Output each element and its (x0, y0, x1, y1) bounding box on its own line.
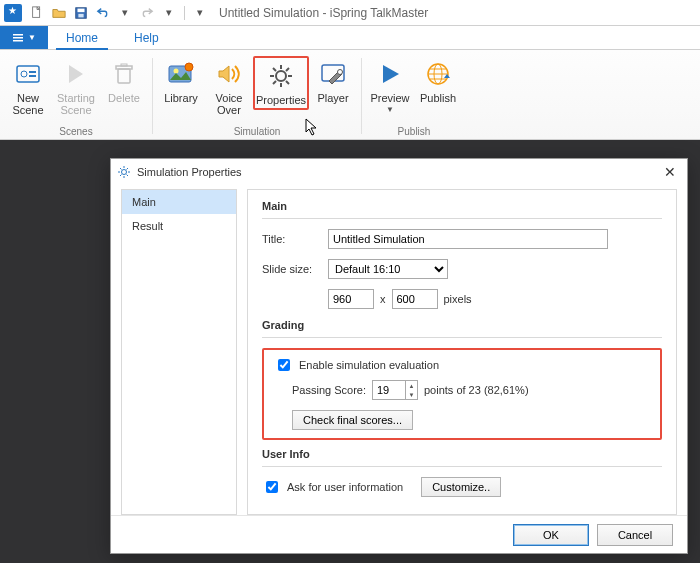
ribbon-group-scenes: New Scene Starting Scene Delete Scenes (4, 52, 148, 139)
starting-scene-button: Starting Scene (52, 56, 100, 118)
voice-over-button[interactable]: Voice Over (205, 56, 253, 118)
simulation-properties-dialog: Simulation Properties ✕ Main Result Main… (110, 158, 688, 554)
group-label-simulation: Simulation (234, 126, 281, 139)
svg-line-38 (120, 168, 122, 170)
speaker-icon (213, 58, 245, 90)
title-input[interactable] (328, 229, 608, 249)
redo-icon[interactable] (137, 3, 157, 23)
grading-highlight-area: Enable simulation evaluation Passing Sco… (262, 348, 662, 440)
customize-button[interactable]: Customize.. (421, 477, 501, 497)
dialog-footer: OK Cancel (111, 515, 687, 553)
slide-size-label: Slide size: (262, 263, 322, 275)
svg-rect-3 (78, 13, 83, 17)
gear-icon (117, 165, 131, 179)
svg-line-40 (120, 175, 122, 177)
cancel-button[interactable]: Cancel (597, 524, 673, 546)
globe-icon (422, 58, 454, 90)
svg-rect-7 (17, 66, 39, 82)
save-icon[interactable] (71, 3, 91, 23)
slide-size-select[interactable]: Default 16:10 (328, 259, 448, 279)
passing-score-stepper[interactable]: ▲▼ (372, 380, 418, 400)
svg-rect-4 (13, 34, 23, 36)
library-icon (165, 58, 197, 90)
svg-rect-11 (118, 69, 130, 83)
svg-rect-2 (78, 8, 85, 12)
group-label-scenes: Scenes (59, 126, 92, 139)
dialog-title: Simulation Properties (137, 166, 659, 178)
svg-rect-6 (13, 40, 23, 42)
passing-score-label: Passing Score: (292, 384, 366, 396)
player-button[interactable]: Player (309, 56, 357, 106)
pixels-label: pixels (444, 293, 472, 305)
dialog-main-panel: Main Title: Slide size: Default 16:10 x … (247, 189, 677, 515)
spin-down-icon[interactable]: ▼ (405, 390, 417, 399)
svg-line-24 (273, 81, 276, 84)
quick-access-toolbar: ▾ ▾ ▾ Untitled Simulation - iSpring Talk… (0, 0, 700, 26)
enable-evaluation-checkbox[interactable]: Enable simulation evaluation (274, 356, 650, 374)
new-scene-icon (12, 58, 44, 90)
section-header-main: Main (262, 200, 662, 212)
open-folder-icon[interactable] (49, 3, 69, 23)
svg-line-22 (273, 68, 276, 71)
close-button[interactable]: ✕ (659, 163, 681, 181)
section-header-grading: Grading (262, 319, 662, 331)
ribbon-group-publish: Preview ▼ Publish Publish (366, 52, 462, 139)
ask-user-info-checkbox[interactable]: Ask for user information (262, 478, 403, 496)
svg-point-15 (174, 69, 179, 74)
ask-user-info-input[interactable] (266, 481, 278, 493)
properties-button[interactable]: Properties (253, 56, 309, 110)
x-label: x (380, 293, 386, 305)
delete-button: Delete (100, 56, 148, 106)
publish-button[interactable]: Publish (414, 56, 462, 106)
undo-icon[interactable] (93, 3, 113, 23)
file-tab[interactable]: ▼ (0, 26, 48, 49)
group-label-publish: Publish (398, 126, 431, 139)
play-icon (374, 58, 406, 90)
preview-button[interactable]: Preview ▼ (366, 56, 414, 118)
svg-line-39 (127, 175, 129, 177)
check-final-scores-button[interactable]: Check final scores... (292, 410, 413, 430)
trash-icon (108, 58, 140, 90)
svg-point-17 (276, 71, 286, 81)
svg-point-33 (122, 170, 127, 175)
app-icon (4, 4, 22, 22)
wrench-icon (317, 58, 349, 90)
svg-point-16 (185, 63, 193, 71)
redo-dropdown-icon[interactable]: ▾ (159, 3, 179, 23)
ok-button[interactable]: OK (513, 524, 589, 546)
svg-line-41 (127, 168, 129, 170)
qat-customize-icon[interactable]: ▾ (190, 3, 210, 23)
height-input[interactable] (392, 289, 438, 309)
svg-line-23 (286, 81, 289, 84)
svg-point-27 (338, 70, 343, 75)
title-label: Title: (262, 233, 322, 245)
svg-point-8 (21, 71, 27, 77)
points-of-label: points of 23 (82,61%) (424, 384, 529, 396)
width-input[interactable] (328, 289, 374, 309)
starting-scene-icon (60, 58, 92, 90)
file-menu-icon (12, 32, 24, 44)
svg-line-25 (286, 68, 289, 71)
svg-rect-5 (13, 37, 23, 39)
ribbon: New Scene Starting Scene Delete Scenes L… (0, 50, 700, 140)
library-button[interactable]: Library (157, 56, 205, 106)
spin-up-icon[interactable]: ▲ (405, 381, 417, 390)
tab-home[interactable]: Home (48, 26, 116, 49)
chevron-down-icon: ▼ (386, 104, 394, 116)
tab-help[interactable]: Help (116, 26, 177, 49)
sidebar-item-result[interactable]: Result (122, 214, 236, 238)
dialog-sidebar: Main Result (121, 189, 237, 515)
ribbon-tabstrip: ▼ Home Help (0, 26, 700, 50)
passing-score-input[interactable] (373, 381, 405, 399)
sidebar-item-main[interactable]: Main (122, 190, 236, 214)
enable-evaluation-input[interactable] (278, 359, 290, 371)
new-scene-button[interactable]: New Scene (4, 56, 52, 118)
dialog-titlebar: Simulation Properties ✕ (111, 159, 687, 185)
undo-dropdown-icon[interactable]: ▾ (115, 3, 135, 23)
new-file-icon[interactable] (27, 3, 47, 23)
window-title: Untitled Simulation - iSpring TalkMaster (219, 6, 428, 20)
svg-rect-10 (29, 75, 36, 77)
svg-rect-9 (29, 71, 36, 73)
svg-rect-13 (121, 64, 127, 66)
section-header-userinfo: User Info (262, 448, 662, 460)
